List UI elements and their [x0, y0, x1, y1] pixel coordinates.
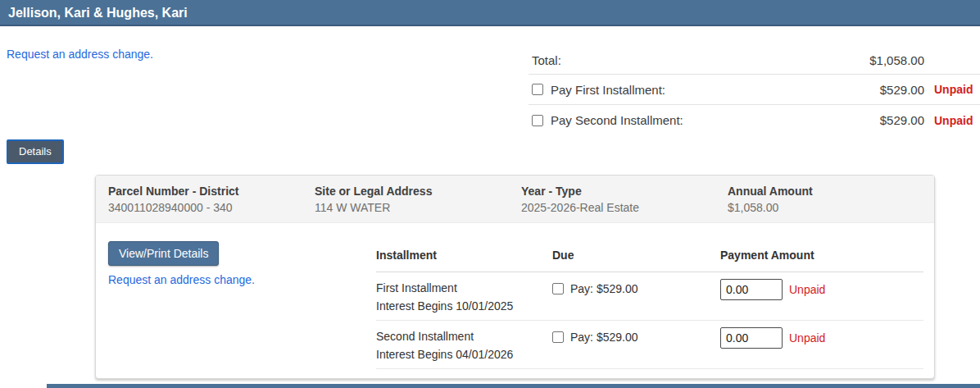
first-installment-name-cell: First Installment Interest Begins 10/01/…: [376, 279, 552, 315]
second-installment-pay-label: Pay: $529.00: [570, 331, 638, 344]
table-row-first-installment: First Installment Interest Begins 10/01/…: [376, 272, 923, 321]
year-type-column: Year - Type 2025-2026-Real Estate: [521, 185, 728, 214]
pay-second-installment-label-wrap: Pay Second Installment:: [532, 113, 849, 127]
address-change-link-panel[interactable]: Request an address change.: [108, 273, 255, 286]
first-installment-payment-input[interactable]: [720, 279, 783, 300]
second-installment-unpaid-status: Unpaid: [789, 331, 825, 345]
second-installment-payment-cell: Unpaid: [720, 327, 923, 363]
first-installment-payment-cell: Unpaid: [720, 279, 923, 315]
parcel-number-label: Parcel Number - District: [108, 185, 315, 198]
second-installment-status: Unpaid: [934, 114, 973, 127]
parcel-details-panel: Parcel Number - District 340011028940000…: [95, 175, 935, 379]
details-button[interactable]: Details: [7, 139, 64, 164]
pay-second-installment-checkbox[interactable]: [532, 115, 543, 126]
first-installment-unpaid-status: Unpaid: [789, 283, 825, 296]
installment-table-header: Installment Due Payment Amount: [376, 241, 923, 272]
first-installment-pay-label: Pay: $529.00: [570, 282, 638, 295]
page: Jellison, Kari & Hughes, Kari Request an…: [0, 0, 980, 388]
first-installment-due-cell: Pay: $529.00: [552, 279, 720, 315]
payment-amount-column-header: Payment Amount: [720, 249, 923, 262]
payment-summary: Total: $1,058.00 Pay First Installment: …: [529, 47, 980, 135]
annual-amount-value: $1,058.00: [728, 201, 934, 214]
year-type-value: 2025-2026-Real Estate: [521, 201, 728, 214]
next-section-bar: [47, 384, 980, 388]
parcel-number-column: Parcel Number - District 340011028940000…: [108, 185, 315, 214]
installment-column-header: Installment: [376, 249, 552, 262]
parcel-actions-column: View/Print Details Request an address ch…: [108, 241, 376, 369]
first-installment-name: First Installment: [376, 279, 552, 297]
second-installment-pay-checkbox[interactable]: [552, 331, 564, 343]
first-installment-interest: Interest Begins 10/01/2025: [376, 297, 552, 315]
pay-first-installment-label-wrap: Pay First Installment:: [532, 83, 849, 97]
table-row-second-installment: Second Installment Interest Begins 04/01…: [376, 321, 923, 369]
first-installment-amount: $529.00: [849, 83, 924, 97]
total-label: Total:: [532, 53, 849, 67]
second-installment-name-cell: Second Installment Interest Begins 04/01…: [376, 327, 552, 363]
parcel-details-body: View/Print Details Request an address ch…: [96, 223, 934, 369]
pay-second-installment-row: Pay Second Installment: $529.00 Unpaid: [529, 105, 980, 135]
site-address-label: Site or Legal Address: [315, 185, 521, 198]
second-installment-name: Second Installment: [376, 327, 552, 345]
total-amount: $1,058.00: [849, 53, 924, 67]
pay-first-installment-label: Pay First Installment:: [551, 83, 665, 97]
total-row: Total: $1,058.00: [529, 47, 980, 75]
address-change-link[interactable]: Request an address change.: [7, 48, 153, 61]
installment-table: Installment Due Payment Amount First Ins…: [376, 241, 923, 369]
due-column-header: Due: [552, 249, 720, 262]
pay-second-installment-label: Pay Second Installment:: [551, 113, 683, 127]
annual-amount-column: Annual Amount $1,058.00: [728, 185, 934, 214]
annual-amount-label: Annual Amount: [728, 185, 934, 198]
page-title: Jellison, Kari & Hughes, Kari: [8, 6, 188, 20]
site-address-column: Site or Legal Address 114 W WATER: [315, 185, 521, 214]
account-title-bar: Jellison, Kari & Hughes, Kari: [0, 0, 980, 26]
first-installment-pay-checkbox[interactable]: [552, 283, 564, 294]
year-type-label: Year - Type: [521, 185, 728, 198]
parcel-number-value: 340011028940000 - 340: [108, 201, 315, 214]
first-installment-status: Unpaid: [934, 83, 973, 96]
second-installment-payment-input[interactable]: [720, 327, 783, 349]
second-installment-due-cell: Pay: $529.00: [552, 327, 720, 363]
second-installment-amount: $529.00: [849, 113, 924, 127]
view-print-details-button[interactable]: View/Print Details: [108, 241, 219, 266]
site-address-value: 114 W WATER: [315, 201, 521, 214]
pay-first-installment-row: Pay First Installment: $529.00 Unpaid: [529, 75, 980, 105]
second-installment-interest: Interest Begins 04/01/2026: [376, 345, 552, 363]
pay-first-installment-checkbox[interactable]: [532, 84, 543, 95]
parcel-summary-header: Parcel Number - District 340011028940000…: [96, 176, 934, 223]
